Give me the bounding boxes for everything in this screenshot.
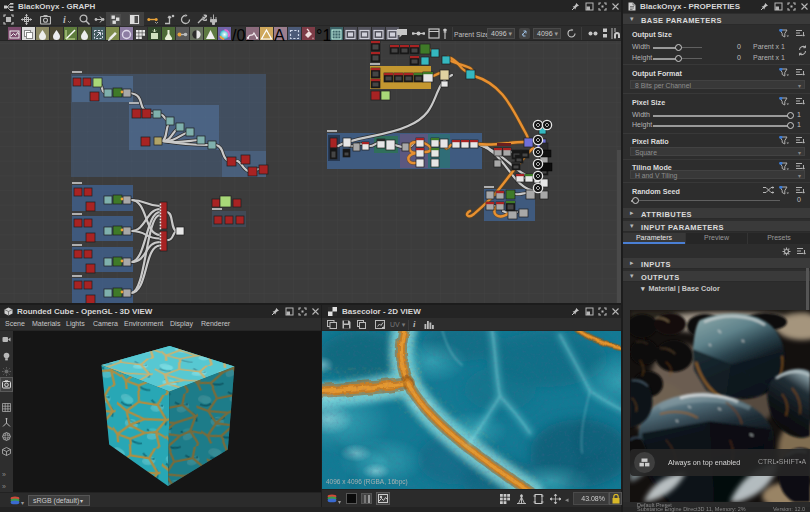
- svg-text:i: i: [63, 14, 66, 25]
- svg-text:4096 x 4096 (RGBA, 16bpc): 4096 x 4096 (RGBA, 16bpc): [326, 478, 408, 486]
